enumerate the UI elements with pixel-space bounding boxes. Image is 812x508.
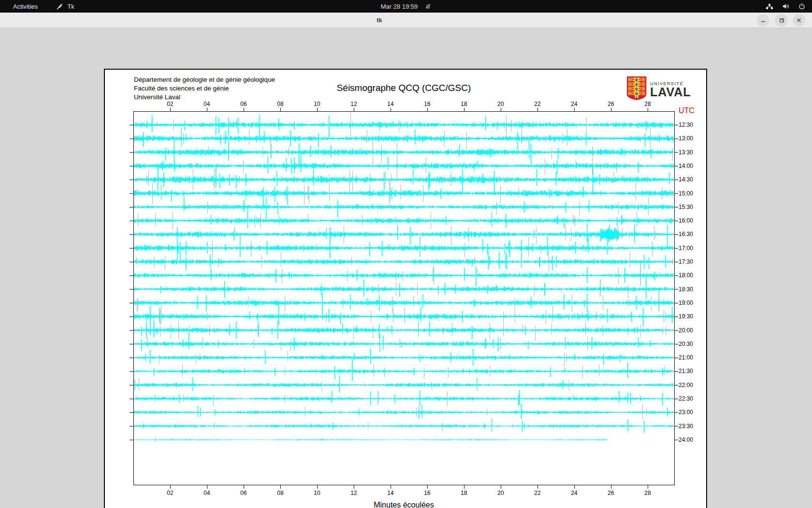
gnome-top-bar: Activities Tk Mar 28 19:59 <box>0 0 812 13</box>
seismograph-canvas: Département de géologie et de génie géol… <box>104 69 707 508</box>
row-time-label: 21:00 <box>679 354 693 361</box>
x-tick-label-top: 14 <box>382 101 399 107</box>
row-time-label: 14:30 <box>679 176 693 183</box>
focused-app-name: Tk <box>67 3 74 10</box>
tk-feather-icon <box>56 3 63 10</box>
row-time-label: 12:30 <box>679 121 693 129</box>
x-tick-label-top: 06 <box>235 101 252 107</box>
helicorder-trace-plot <box>104 69 705 508</box>
x-tick-label-top: 12 <box>346 101 362 107</box>
x-tick-label-bottom: 14 <box>382 490 399 496</box>
x-tick-label-top: 04 <box>199 101 215 107</box>
row-time-label: 15:30 <box>679 203 693 211</box>
minimize-button[interactable] <box>757 14 769 27</box>
x-tick-label-bottom: 02 <box>162 490 178 496</box>
x-tick-label-top: 20 <box>493 101 509 107</box>
window-titlebar[interactable]: tk <box>0 13 812 28</box>
notifications-disabled-icon <box>424 3 431 10</box>
x-tick-label-top: 08 <box>272 101 289 107</box>
x-tick-label-top: 28 <box>639 101 656 107</box>
row-time-label: 13:00 <box>679 134 693 142</box>
x-tick-label-bottom: 20 <box>493 490 509 496</box>
x-tick-label-top: 10 <box>309 101 325 107</box>
close-button[interactable] <box>793 14 805 27</box>
row-time-label: 16:30 <box>679 230 693 238</box>
clock-text: Mar 28 19:59 <box>381 3 418 10</box>
network-wired-icon <box>766 3 773 10</box>
row-time-label: 24:00 <box>679 436 693 444</box>
row-time-label: 23:00 <box>679 408 693 416</box>
x-tick-label-bottom: 06 <box>235 490 252 496</box>
x-tick-label-bottom: 16 <box>419 490 435 496</box>
power-icon <box>798 3 805 10</box>
clock-menu[interactable]: Mar 28 19:59 <box>381 3 432 10</box>
x-tick-label-bottom: 10 <box>309 490 325 496</box>
row-time-label: 20:30 <box>679 340 693 348</box>
maximize-button[interactable] <box>775 14 787 27</box>
volume-icon <box>782 3 790 10</box>
row-time-label: 18:00 <box>679 271 693 279</box>
activities-button[interactable]: Activities <box>13 3 38 10</box>
focused-app-menu[interactable]: Tk <box>56 3 74 10</box>
window-title: tk <box>355 13 404 28</box>
row-time-label: 17:30 <box>679 258 693 266</box>
x-tick-label-bottom: 12 <box>346 490 362 496</box>
row-time-label: 19:00 <box>679 299 693 307</box>
row-time-label: 21:30 <box>679 367 693 375</box>
row-time-label: 20:00 <box>679 327 693 334</box>
x-tick-label-top: 24 <box>566 101 582 107</box>
x-tick-label-bottom: 26 <box>603 490 619 496</box>
row-time-label: 23:30 <box>679 422 693 430</box>
x-tick-label-top: 26 <box>603 101 619 107</box>
x-tick-label-bottom: 18 <box>456 490 472 496</box>
x-tick-label-bottom: 04 <box>199 490 215 496</box>
x-tick-label-top: 02 <box>162 101 178 107</box>
system-status-area[interactable] <box>766 0 805 13</box>
x-tick-label-bottom: 22 <box>529 490 546 496</box>
tk-window-body: Département de géologie et de génie géol… <box>0 28 812 508</box>
x-tick-label-bottom: 28 <box>639 490 656 496</box>
x-tick-label-top: 22 <box>529 101 546 107</box>
row-time-label: 15:00 <box>679 190 693 197</box>
x-tick-label-bottom: 08 <box>272 490 289 496</box>
row-time-label: 18:30 <box>679 285 693 293</box>
row-time-label: 22:30 <box>679 395 693 403</box>
row-time-label: 19:30 <box>679 313 693 320</box>
x-tick-label-bottom: 24 <box>566 490 582 496</box>
row-time-label: 13:30 <box>679 149 693 156</box>
row-time-label: 17:00 <box>679 244 693 252</box>
x-tick-label-top: 18 <box>456 101 472 107</box>
row-time-label: 16:00 <box>679 217 693 224</box>
x-tick-label-top: 16 <box>419 101 435 107</box>
row-time-label: 14:00 <box>679 162 693 170</box>
row-time-label: 22:00 <box>679 381 693 389</box>
